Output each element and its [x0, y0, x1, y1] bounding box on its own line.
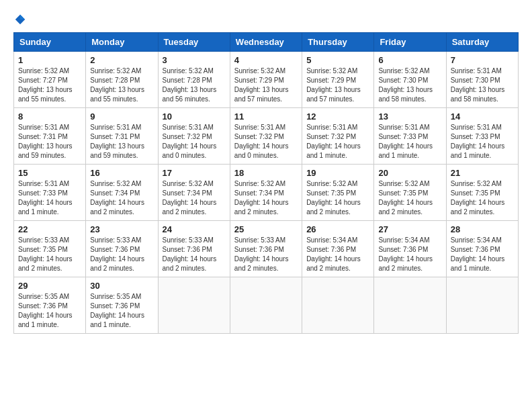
day-info: Sunrise: 5:34 AM Sunset: 7:36 PM Dayligh…	[451, 236, 514, 273]
calendar-cell: 19Sunrise: 5:32 AM Sunset: 7:35 PM Dayli…	[302, 165, 374, 221]
day-number: 16	[90, 168, 153, 178]
day-info: Sunrise: 5:32 AM Sunset: 7:29 PM Dayligh…	[306, 66, 369, 104]
calendar-cell: 13Sunrise: 5:31 AM Sunset: 7:33 PM Dayli…	[374, 108, 446, 165]
day-number: 5	[306, 55, 369, 65]
day-number: 24	[163, 224, 226, 234]
calendar-cell: 17Sunrise: 5:32 AM Sunset: 7:34 PM Dayli…	[158, 165, 230, 221]
svg-marker-1	[20, 15, 25, 19]
day-number: 30	[90, 281, 153, 291]
calendar-cell: 11Sunrise: 5:31 AM Sunset: 7:32 PM Dayli…	[230, 108, 302, 165]
day-number: 7	[451, 55, 514, 65]
calendar-cell: 5Sunrise: 5:32 AM Sunset: 7:29 PM Daylig…	[302, 52, 374, 108]
day-info: Sunrise: 5:31 AM Sunset: 7:32 PM Dayligh…	[163, 123, 226, 161]
day-info: Sunrise: 5:32 AM Sunset: 7:35 PM Dayligh…	[451, 179, 514, 217]
day-number: 18	[234, 168, 298, 178]
day-info: Sunrise: 5:31 AM Sunset: 7:33 PM Dayligh…	[378, 123, 441, 161]
day-number: 25	[234, 224, 298, 234]
day-info: Sunrise: 5:32 AM Sunset: 7:28 PM Dayligh…	[90, 66, 153, 104]
day-number: 3	[163, 55, 226, 65]
calendar-cell: 7Sunrise: 5:31 AM Sunset: 7:30 PM Daylig…	[446, 52, 518, 108]
calendar-cell: 27Sunrise: 5:34 AM Sunset: 7:36 PM Dayli…	[374, 221, 446, 277]
day-number: 14	[451, 111, 514, 122]
day-number: 15	[18, 168, 81, 178]
day-info: Sunrise: 5:32 AM Sunset: 7:34 PM Dayligh…	[90, 179, 153, 217]
day-info: Sunrise: 5:32 AM Sunset: 7:35 PM Dayligh…	[306, 179, 369, 217]
day-info: Sunrise: 5:33 AM Sunset: 7:36 PM Dayligh…	[163, 236, 226, 273]
weekday-header-sunday: Sunday	[14, 33, 86, 52]
day-number: 2	[90, 55, 153, 65]
day-info: Sunrise: 5:31 AM Sunset: 7:30 PM Dayligh…	[451, 66, 514, 104]
weekday-header-monday: Monday	[86, 33, 158, 52]
calendar-cell: 3Sunrise: 5:32 AM Sunset: 7:28 PM Daylig…	[158, 52, 230, 108]
calendar-cell	[446, 277, 518, 334]
day-info: Sunrise: 5:32 AM Sunset: 7:30 PM Dayligh…	[378, 66, 441, 104]
day-number: 11	[234, 111, 298, 122]
weekday-header-thursday: Thursday	[302, 33, 374, 52]
day-info: Sunrise: 5:35 AM Sunset: 7:36 PM Dayligh…	[18, 292, 81, 330]
day-info: Sunrise: 5:32 AM Sunset: 7:28 PM Dayligh…	[163, 66, 226, 104]
day-number: 1	[18, 55, 81, 65]
day-number: 10	[163, 111, 226, 122]
day-number: 26	[306, 224, 369, 234]
calendar-cell: 16Sunrise: 5:32 AM Sunset: 7:34 PM Dayli…	[86, 165, 158, 221]
calendar-cell: 24Sunrise: 5:33 AM Sunset: 7:36 PM Dayli…	[158, 221, 230, 277]
logo-icon	[14, 13, 26, 26]
calendar-cell: 6Sunrise: 5:32 AM Sunset: 7:30 PM Daylig…	[374, 52, 446, 108]
day-info: Sunrise: 5:32 AM Sunset: 7:29 PM Dayligh…	[234, 66, 298, 104]
calendar-cell: 25Sunrise: 5:33 AM Sunset: 7:36 PM Dayli…	[230, 221, 302, 277]
calendar-table: SundayMondayTuesdayWednesdayThursdayFrid…	[13, 32, 519, 334]
day-info: Sunrise: 5:34 AM Sunset: 7:36 PM Dayligh…	[378, 236, 441, 273]
calendar-cell: 1Sunrise: 5:32 AM Sunset: 7:27 PM Daylig…	[14, 52, 86, 108]
day-number: 9	[90, 111, 153, 122]
calendar-cell	[158, 277, 230, 334]
calendar-cell: 10Sunrise: 5:31 AM Sunset: 7:32 PM Dayli…	[158, 108, 230, 165]
calendar-cell: 15Sunrise: 5:31 AM Sunset: 7:33 PM Dayli…	[14, 165, 86, 221]
calendar-cell: 26Sunrise: 5:34 AM Sunset: 7:36 PM Dayli…	[302, 221, 374, 277]
calendar-cell: 20Sunrise: 5:32 AM Sunset: 7:35 PM Dayli…	[374, 165, 446, 221]
calendar-cell	[302, 277, 374, 334]
day-number: 27	[378, 224, 441, 234]
day-number: 28	[451, 224, 514, 234]
calendar-cell: 8Sunrise: 5:31 AM Sunset: 7:31 PM Daylig…	[14, 108, 86, 165]
day-info: Sunrise: 5:31 AM Sunset: 7:31 PM Dayligh…	[90, 123, 153, 161]
logo	[13, 13, 27, 26]
calendar-week-row: 29Sunrise: 5:35 AM Sunset: 7:36 PM Dayli…	[14, 277, 519, 334]
day-number: 8	[18, 111, 81, 122]
calendar-cell	[230, 277, 302, 334]
day-number: 20	[378, 168, 441, 178]
day-number: 23	[90, 224, 153, 234]
day-number: 29	[18, 281, 81, 291]
calendar-cell: 23Sunrise: 5:33 AM Sunset: 7:36 PM Dayli…	[86, 221, 158, 277]
calendar-cell: 28Sunrise: 5:34 AM Sunset: 7:36 PM Dayli…	[446, 221, 518, 277]
calendar-cell: 14Sunrise: 5:31 AM Sunset: 7:33 PM Dayli…	[446, 108, 518, 165]
calendar-cell: 12Sunrise: 5:31 AM Sunset: 7:32 PM Dayli…	[302, 108, 374, 165]
day-number: 17	[163, 168, 226, 178]
weekday-header-tuesday: Tuesday	[158, 33, 230, 52]
calendar-cell: 22Sunrise: 5:33 AM Sunset: 7:35 PM Dayli…	[14, 221, 86, 277]
calendar-cell: 2Sunrise: 5:32 AM Sunset: 7:28 PM Daylig…	[86, 52, 158, 108]
day-info: Sunrise: 5:31 AM Sunset: 7:33 PM Dayligh…	[18, 179, 81, 217]
day-number: 22	[18, 224, 81, 234]
day-info: Sunrise: 5:32 AM Sunset: 7:34 PM Dayligh…	[163, 179, 226, 217]
day-number: 21	[451, 168, 514, 178]
calendar-cell	[374, 277, 446, 334]
day-info: Sunrise: 5:33 AM Sunset: 7:36 PM Dayligh…	[90, 236, 153, 273]
day-info: Sunrise: 5:33 AM Sunset: 7:36 PM Dayligh…	[234, 236, 298, 273]
weekday-header-saturday: Saturday	[446, 33, 518, 52]
day-info: Sunrise: 5:33 AM Sunset: 7:35 PM Dayligh…	[18, 236, 81, 273]
day-info: Sunrise: 5:32 AM Sunset: 7:35 PM Dayligh…	[378, 179, 441, 217]
day-info: Sunrise: 5:31 AM Sunset: 7:32 PM Dayligh…	[234, 123, 298, 161]
day-number: 4	[234, 55, 298, 65]
calendar-week-row: 15Sunrise: 5:31 AM Sunset: 7:33 PM Dayli…	[14, 165, 519, 221]
calendar-week-row: 22Sunrise: 5:33 AM Sunset: 7:35 PM Dayli…	[14, 221, 519, 277]
day-info: Sunrise: 5:32 AM Sunset: 7:34 PM Dayligh…	[234, 179, 298, 217]
day-number: 6	[378, 55, 441, 65]
calendar-cell: 29Sunrise: 5:35 AM Sunset: 7:36 PM Dayli…	[14, 277, 86, 334]
page-header	[13, 13, 519, 26]
day-number: 12	[306, 111, 369, 122]
calendar-week-row: 8Sunrise: 5:31 AM Sunset: 7:31 PM Daylig…	[14, 108, 519, 165]
day-info: Sunrise: 5:31 AM Sunset: 7:32 PM Dayligh…	[306, 123, 369, 161]
calendar-cell: 30Sunrise: 5:35 AM Sunset: 7:36 PM Dayli…	[86, 277, 158, 334]
weekday-header-wednesday: Wednesday	[230, 33, 302, 52]
calendar-cell: 9Sunrise: 5:31 AM Sunset: 7:31 PM Daylig…	[86, 108, 158, 165]
